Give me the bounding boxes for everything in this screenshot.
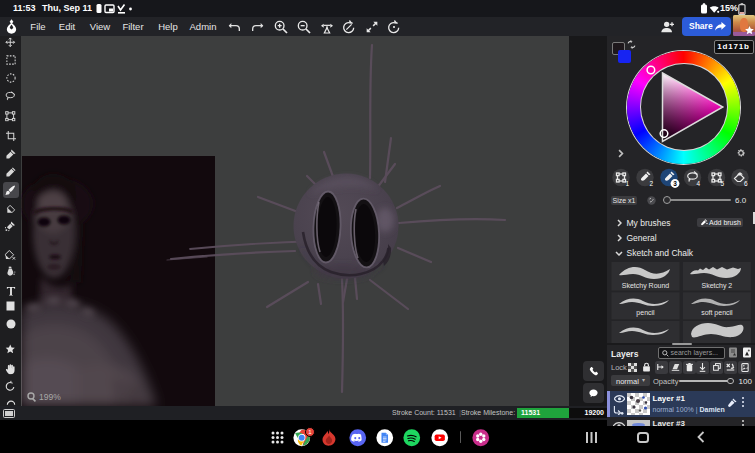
svg-text:4: 4 (697, 180, 701, 187)
svg-text:199%: 199% (39, 392, 61, 402)
svg-text:Sketchy Round: Sketchy Round (622, 281, 670, 289)
svg-text:6: 6 (744, 180, 748, 187)
svg-text:3: 3 (673, 180, 677, 187)
svg-text:Sketchy 2: Sketchy 2 (702, 281, 733, 289)
svg-text:pencil: pencil (636, 309, 655, 317)
svg-text:5: 5 (721, 180, 725, 187)
svg-text:2: 2 (650, 180, 654, 187)
svg-text:soft pencil: soft pencil (701, 309, 733, 317)
svg-text:1: 1 (626, 180, 630, 187)
